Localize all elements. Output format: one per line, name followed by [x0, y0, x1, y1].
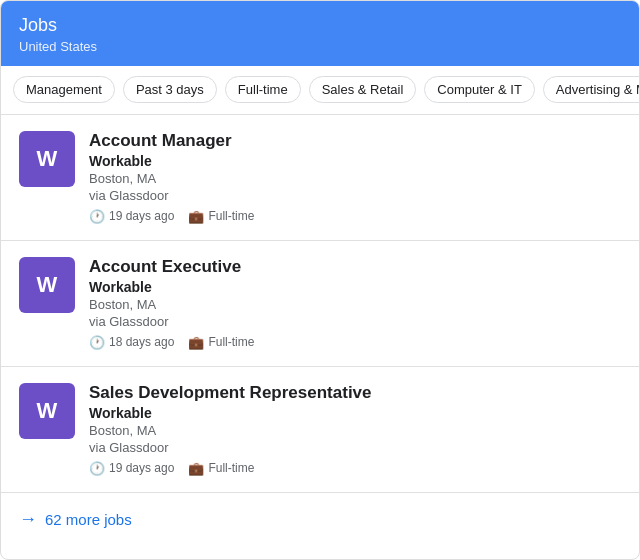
job-meta: 🕐 19 days ago 💼 Full-time	[89, 209, 621, 224]
job-posted: 🕐 19 days ago	[89, 209, 174, 224]
more-jobs-label: 62 more jobs	[45, 511, 132, 528]
briefcase-icon: 💼	[188, 209, 204, 224]
job-title: Account Manager	[89, 131, 621, 151]
job-list: W Account Manager Workable Boston, MA vi…	[1, 115, 639, 493]
company-logo: W	[19, 257, 75, 313]
table-row[interactable]: W Account Manager Workable Boston, MA vi…	[1, 115, 639, 241]
job-location: Boston, MA	[89, 171, 621, 186]
header: Jobs United States	[1, 1, 639, 66]
job-location: Boston, MA	[89, 423, 621, 438]
job-source: via Glassdoor	[89, 440, 621, 455]
job-meta: 🕐 19 days ago 💼 Full-time	[89, 461, 621, 476]
filter-chip-fulltime[interactable]: Full-time	[225, 76, 301, 103]
job-title: Sales Development Representative	[89, 383, 621, 403]
page-subtitle: United States	[19, 39, 621, 54]
job-meta: 🕐 18 days ago 💼 Full-time	[89, 335, 621, 350]
arrow-right-icon: →	[19, 509, 37, 530]
job-posted: 🕐 18 days ago	[89, 335, 174, 350]
table-row[interactable]: W Sales Development Representative Worka…	[1, 367, 639, 493]
more-jobs-link[interactable]: → 62 more jobs	[1, 493, 639, 546]
clock-icon: 🕐	[89, 209, 105, 224]
page-title: Jobs	[19, 15, 621, 37]
briefcase-icon: 💼	[188, 461, 204, 476]
job-company: Workable	[89, 153, 621, 169]
job-type: 💼 Full-time	[188, 335, 254, 350]
filter-chip-salesretail[interactable]: Sales & Retail	[309, 76, 417, 103]
table-row[interactable]: W Account Executive Workable Boston, MA …	[1, 241, 639, 367]
job-company: Workable	[89, 279, 621, 295]
job-posted: 🕐 19 days ago	[89, 461, 174, 476]
company-logo: W	[19, 383, 75, 439]
filter-chip-past3days[interactable]: Past 3 days	[123, 76, 217, 103]
job-title: Account Executive	[89, 257, 621, 277]
job-type: 💼 Full-time	[188, 461, 254, 476]
job-company: Workable	[89, 405, 621, 421]
job-details: Account Executive Workable Boston, MA vi…	[89, 257, 621, 350]
job-source: via Glassdoor	[89, 188, 621, 203]
filter-chip-advertising[interactable]: Advertising & M...	[543, 76, 639, 103]
filter-bar: Management Past 3 days Full-time Sales &…	[1, 66, 639, 115]
clock-icon: 🕐	[89, 461, 105, 476]
job-details: Sales Development Representative Workabl…	[89, 383, 621, 476]
briefcase-icon: 💼	[188, 335, 204, 350]
job-type: 💼 Full-time	[188, 209, 254, 224]
job-details: Account Manager Workable Boston, MA via …	[89, 131, 621, 224]
filter-chip-management[interactable]: Management	[13, 76, 115, 103]
job-location: Boston, MA	[89, 297, 621, 312]
job-source: via Glassdoor	[89, 314, 621, 329]
company-logo: W	[19, 131, 75, 187]
clock-icon: 🕐	[89, 335, 105, 350]
filter-chip-computerit[interactable]: Computer & IT	[424, 76, 535, 103]
